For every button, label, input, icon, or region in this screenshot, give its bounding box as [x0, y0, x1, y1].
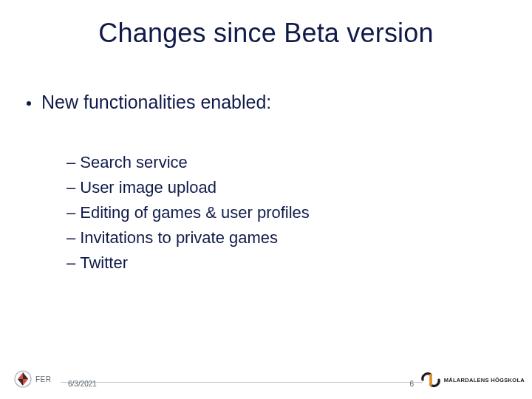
bullet-main-text: New functionalities enabled: — [41, 92, 271, 113]
list-item: – Editing of games & user profiles — [66, 202, 310, 224]
dash-icon: – — [66, 202, 75, 224]
list-item-text: Twitter — [80, 252, 128, 274]
page-title: Changes since Beta version — [0, 18, 532, 49]
bullet-main: New functionalities enabled: — [27, 92, 271, 113]
list-item-text: Search service — [80, 151, 188, 174]
sub-list: – Search service – User image upload – E… — [66, 151, 310, 277]
slide: Changes since Beta version New functiona… — [0, 0, 532, 399]
list-item-text: Editing of games & user profiles — [80, 202, 310, 224]
list-item-text: Invitations to private games — [80, 227, 278, 249]
page-number: 6 — [409, 380, 414, 388]
left-logo-text: FER — [35, 375, 52, 383]
fer-emblem-icon — [13, 369, 33, 389]
list-item: – Twitter — [66, 252, 310, 274]
list-item-text: User image upload — [80, 177, 216, 199]
dash-icon: – — [66, 227, 75, 249]
svg-rect-1 — [429, 374, 432, 386]
list-item: – Invitations to private games — [66, 227, 310, 249]
list-item: – Search service — [66, 151, 310, 174]
mdh-mark-icon — [420, 372, 441, 387]
left-logo: FER — [13, 369, 52, 389]
dash-icon: – — [66, 151, 75, 174]
separator-line — [61, 382, 423, 383]
right-logo-text: MÄLARDALENS HÖGSKOLA — [444, 377, 525, 383]
bullet-dot-icon — [27, 101, 31, 106]
footer-date: 6/3/2021 — [68, 380, 97, 388]
dash-icon: – — [66, 252, 75, 274]
footer: FER 6/3/2021 6 MÄLARDALENS HÖGSKOLA — [0, 353, 532, 389]
dash-icon: – — [66, 177, 75, 199]
right-logo: MÄLARDALENS HÖGSKOLA — [420, 372, 525, 387]
list-item: – User image upload — [66, 177, 310, 199]
